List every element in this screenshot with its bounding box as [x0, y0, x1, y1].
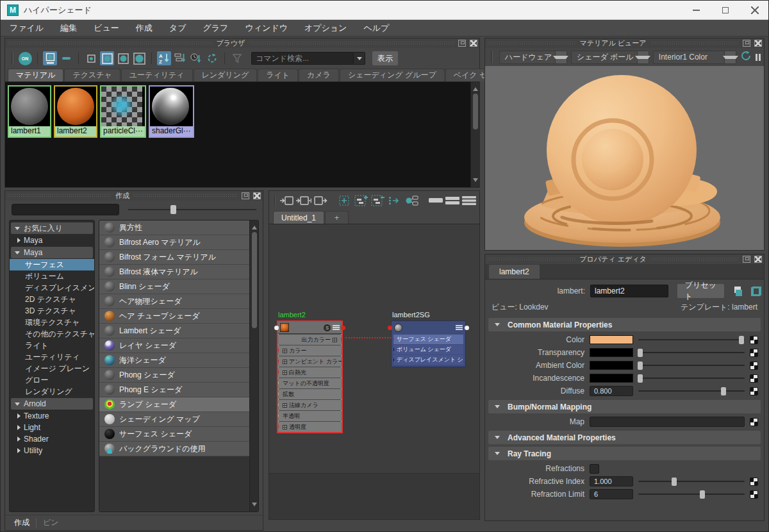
- attr-volume-shader[interactable]: ボリューム シェーダ: [393, 345, 463, 354]
- display-full-mode-icon[interactable]: [461, 194, 477, 208]
- scrollbar-thumb[interactable]: [252, 232, 257, 328]
- lambert2sg-node-header[interactable]: [392, 321, 465, 334]
- property-editor-header[interactable]: プロパティ エディタ: [485, 254, 764, 264]
- map-texture-button[interactable]: [750, 362, 758, 370]
- node-list-scrollbar[interactable]: [249, 220, 258, 511]
- node-display-mode-icon[interactable]: [456, 325, 463, 331]
- node-name-input[interactable]: lambert2: [590, 285, 668, 297]
- map-texture-button[interactable]: [750, 418, 758, 426]
- map-texture-button[interactable]: [750, 336, 758, 344]
- port-dot[interactable]: [341, 337, 342, 342]
- port-dot[interactable]: [278, 413, 279, 418]
- port-dot[interactable]: [341, 326, 345, 330]
- menu-create[interactable]: 作成: [136, 22, 153, 34]
- expand-icon[interactable]: [17, 413, 21, 419]
- refraction-limit-field[interactable]: 6: [590, 489, 633, 499]
- float-panel-icon[interactable]: [458, 40, 466, 47]
- refractive-index-field[interactable]: 1.000: [590, 476, 633, 486]
- attr-incandescence[interactable]: 白熱光: [278, 367, 342, 378]
- category-arnold-shader[interactable]: Shader: [10, 433, 94, 445]
- graph-input-output-connections-icon[interactable]: [296, 194, 311, 208]
- command-search-input[interactable]: [251, 52, 354, 65]
- node-ocean[interactable]: 海洋シェーダ: [99, 353, 249, 368]
- close-button[interactable]: [740, 1, 769, 19]
- menu-help[interactable]: ヘルプ: [363, 22, 389, 34]
- create-panel-header[interactable]: 作成: [5, 191, 263, 201]
- expand-attr-icon[interactable]: [333, 338, 337, 342]
- add-tab-button[interactable]: +: [325, 211, 349, 224]
- node-anisotropic[interactable]: 異方性: [99, 220, 249, 235]
- node-shading-map[interactable]: シェーディング マップ: [99, 412, 249, 427]
- tab-utilities[interactable]: ユーティリティ: [121, 69, 193, 81]
- tab-rendering[interactable]: レンダリング: [194, 69, 258, 81]
- port-dot[interactable]: [278, 424, 279, 429]
- attr-normal-camera[interactable]: 法線カメラ: [278, 400, 342, 410]
- section-ray-tracing[interactable]: Ray Tracing: [488, 447, 761, 460]
- port-dot[interactable]: [278, 403, 279, 407]
- category-utilities[interactable]: ユーティリティ: [10, 351, 94, 363]
- close-panel-icon[interactable]: [754, 40, 762, 47]
- add-nodes-to-graph-icon[interactable]: [354, 194, 369, 208]
- node-surface-shader[interactable]: サーフェス シェーダ: [99, 427, 249, 442]
- lambert2-node-header[interactable]: S: [278, 322, 342, 334]
- geometry-dropdown[interactable]: シェーダ ボール: [571, 51, 649, 64]
- display-button[interactable]: 表示: [372, 51, 398, 65]
- tab-cameras[interactable]: カメラ: [299, 69, 339, 81]
- port-dot[interactable]: [465, 326, 469, 330]
- node-blinn[interactable]: Blinn シェーダ: [99, 279, 249, 294]
- float-panel-icon[interactable]: [743, 256, 750, 263]
- minimize-button[interactable]: [681, 1, 711, 19]
- lambert2-node[interactable]: lambert2 S 出力カラー カラー アンビエント カラー 白熱光 マットの…: [277, 320, 343, 433]
- node-bifrost-liquid[interactable]: Bifrost 液体マテリアル: [99, 265, 249, 279]
- node-ramp-shader[interactable]: ランプ シェーダ: [99, 397, 249, 412]
- port-dot[interactable]: [393, 337, 394, 342]
- attr-displacement-shader[interactable]: ディスプレイスメント シェーダ: [393, 355, 463, 365]
- float-panel-icon[interactable]: [242, 192, 249, 199]
- material-swatch-particlecloud[interactable]: particleCl···: [100, 85, 146, 138]
- attr-diffuse[interactable]: 拡散: [278, 389, 342, 399]
- incandescence-slider[interactable]: [638, 374, 745, 383]
- map-texture-button[interactable]: [750, 490, 758, 499]
- bump-map-input[interactable]: [590, 417, 745, 427]
- renderer-dropdown[interactable]: ハードウェア: [499, 51, 567, 64]
- sort-by-name-icon[interactable]: AZ: [157, 51, 171, 65]
- category-lights[interactable]: ライト: [10, 340, 94, 351]
- category-arnold-light[interactable]: Light: [10, 422, 94, 433]
- category-surface[interactable]: サーフェス: [10, 259, 94, 270]
- tab-shading-groups[interactable]: シェーディング グループ: [340, 69, 445, 81]
- expand-attr-icon[interactable]: [283, 403, 287, 408]
- graph-output-connections-icon[interactable]: [313, 194, 328, 208]
- show-in-lookdev-icon[interactable]: [734, 287, 742, 296]
- menu-edit[interactable]: 編集: [60, 22, 77, 34]
- port-dot[interactable]: [278, 348, 279, 353]
- category-displacement[interactable]: ディスプレイスメント: [10, 282, 94, 294]
- attr-ambient-color[interactable]: アンビエント カラー: [278, 356, 342, 367]
- expand-attr-icon[interactable]: [283, 425, 287, 429]
- category-maya[interactable]: Maya: [11, 247, 93, 258]
- swatch-and-name-view-icon[interactable]: [43, 51, 57, 65]
- color-swatch[interactable]: [590, 374, 633, 383]
- large-swatch-icon[interactable]: [116, 51, 130, 65]
- float-panel-icon[interactable]: [743, 40, 750, 47]
- sort-by-type-icon[interactable]: [173, 51, 187, 65]
- port-dot[interactable]: [278, 392, 279, 396]
- pause-render-icon[interactable]: [756, 54, 761, 61]
- slider-handle[interactable]: [721, 387, 726, 395]
- add-selected-to-graph-icon[interactable]: [337, 194, 352, 208]
- node-phong[interactable]: Phong シェーダ: [99, 368, 249, 383]
- map-texture-button[interactable]: [750, 349, 758, 357]
- node-bifrost-aero[interactable]: Bifrost Aero マテリアル: [99, 235, 249, 250]
- menu-tabs[interactable]: タブ: [169, 22, 186, 34]
- refresh-render-icon[interactable]: [740, 50, 752, 64]
- category-arnold-utility[interactable]: Utility: [10, 445, 94, 456]
- tab-lights[interactable]: ライト: [258, 69, 298, 81]
- slider-handle[interactable]: [739, 336, 744, 344]
- display-simple-mode-icon[interactable]: [428, 194, 443, 208]
- category-image-planes[interactable]: イメージ プレーン: [10, 363, 94, 374]
- diffuse-value-field[interactable]: 0.800: [590, 386, 633, 396]
- expand-attr-icon[interactable]: [283, 370, 287, 375]
- attr-transparency[interactable]: 透明度: [278, 422, 342, 432]
- node-layered[interactable]: レイヤ シェーダ: [99, 338, 249, 353]
- browser-panel-header[interactable]: ブラウザ: [5, 38, 479, 48]
- category-arnold[interactable]: Arnold: [11, 398, 93, 410]
